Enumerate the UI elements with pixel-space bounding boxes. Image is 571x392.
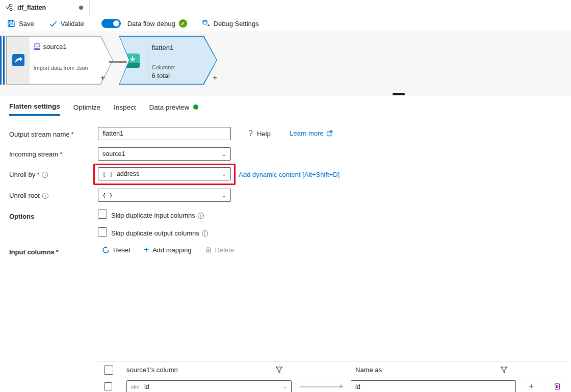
- source-node-subtitle: Import data from Json: [34, 65, 99, 71]
- tab-flatten-settings[interactable]: Flatten settings: [9, 102, 60, 116]
- chevron-down-icon: ⌄: [222, 151, 226, 158]
- save-icon: [7, 19, 15, 28]
- chevron-down-icon: ⌄: [283, 384, 287, 389]
- learn-more-link[interactable]: Learn more: [290, 129, 323, 137]
- tab-optimize[interactable]: Optimize: [73, 102, 100, 116]
- delete-button[interactable]: Delete: [205, 246, 235, 254]
- skip-duplicate-input-checkbox[interactable]: [98, 210, 107, 219]
- row-add-icon[interactable]: +: [529, 381, 534, 392]
- incoming-stream-dropdown[interactable]: source1 ⌄: [98, 147, 231, 161]
- plus-icon: +: [144, 245, 149, 255]
- mapping-table: source1's column Name as abc id ⌄ +: [98, 361, 568, 392]
- unroll-by-label: Unroll by*i: [9, 171, 48, 178]
- flatten-columns-value: 6 total: [152, 72, 170, 80]
- dataflow-canvas[interactable]: source1 Import data from Json + flatten1…: [0, 32, 571, 95]
- object-type-token: { }: [102, 192, 113, 199]
- debug-settings-icon: [201, 19, 210, 28]
- validate-label: Validate: [61, 20, 84, 28]
- external-link-icon: [326, 130, 333, 137]
- canvas-left-bar: [0, 36, 2, 85]
- mapping-arrow-icon: [300, 386, 343, 387]
- skip-duplicate-output-label: Skip duplicate output columnsi: [111, 229, 208, 237]
- source-node-title: source1: [43, 43, 67, 50]
- tab-df-flatten[interactable]: df_flatten: [0, 0, 90, 15]
- mapping-table-header: source1's column Name as: [98, 361, 568, 378]
- trash-icon: [205, 246, 212, 253]
- tab-inspect[interactable]: Inspect: [114, 102, 136, 116]
- save-button[interactable]: Save: [4, 19, 37, 28]
- filter-icon[interactable]: [275, 366, 283, 374]
- row-checkbox[interactable]: [104, 382, 112, 390]
- dataset-icon: [11, 53, 25, 67]
- select-all-checkbox[interactable]: [104, 365, 113, 375]
- debug-toggle-label: Data flow debug: [127, 20, 175, 28]
- source-column-header: source1's column: [126, 366, 178, 374]
- unroll-by-dropdown[interactable]: [ ] address ⌄: [98, 167, 231, 180]
- refresh-icon: [102, 246, 110, 254]
- source-column-dropdown[interactable]: abc id ⌄: [126, 380, 292, 392]
- validate-check-icon: [49, 20, 57, 27]
- flatten-columns-label: Columns:: [152, 64, 175, 70]
- mapping-toolbar: Reset + Add mapping Delete: [102, 245, 234, 255]
- validate-button[interactable]: Validate: [46, 20, 87, 28]
- json-source-icon: [34, 43, 40, 50]
- name-as-input[interactable]: [351, 380, 516, 392]
- help-label[interactable]: Help: [257, 130, 271, 138]
- type-string-badge: abc: [131, 384, 140, 389]
- dataflow-debug-toggle[interactable]: Data flow debug ✓: [98, 19, 190, 28]
- save-label: Save: [19, 20, 34, 28]
- skip-duplicate-output-checkbox[interactable]: [98, 227, 107, 237]
- chevron-down-icon: ⌄: [222, 192, 226, 199]
- info-icon[interactable]: i: [42, 193, 48, 199]
- info-icon[interactable]: i: [42, 172, 48, 178]
- output-stream-input[interactable]: [98, 127, 231, 140]
- flatten-settings-panel: Flatten settings Optimize Inspect Data p…: [0, 95, 571, 392]
- incoming-stream-label: Incoming stream*: [9, 150, 62, 158]
- output-stream-label: Output stream name*: [9, 130, 74, 138]
- debug-settings-label: Debug Settings: [214, 20, 259, 28]
- unsaved-dot: [79, 6, 83, 10]
- debug-settings-button[interactable]: Debug Settings: [198, 19, 262, 28]
- panel-tabs: Flatten settings Optimize Inspect Data p…: [9, 102, 198, 116]
- document-tab-strip: df_flatten: [0, 0, 571, 15]
- tab-data-preview[interactable]: Data preview: [149, 102, 199, 116]
- mapping-row: abc id ⌄ +: [98, 378, 568, 392]
- main-toolbar: Save Validate Data flow debug ✓ Debug Se…: [0, 15, 571, 32]
- tab-title: df_flatten: [17, 4, 46, 11]
- chevron-down-icon: ⌄: [222, 171, 226, 177]
- flatten-node-title: flatten1: [152, 44, 174, 51]
- skip-duplicate-input-label: Skip duplicate input columnsi: [111, 212, 204, 219]
- add-mapping-button[interactable]: + Add mapping: [144, 245, 192, 255]
- reset-button[interactable]: Reset: [102, 246, 131, 254]
- info-icon[interactable]: i: [198, 213, 204, 219]
- dataset-strip: [7, 37, 30, 84]
- add-transform-button-source[interactable]: +: [100, 73, 105, 83]
- data-preview-ready-dot: [193, 104, 198, 110]
- options-label: Options: [9, 213, 34, 220]
- toggle-on-icon[interactable]: [101, 19, 121, 28]
- unroll-root-label: Unroll rooti: [9, 192, 48, 199]
- help-question-icon: ?: [248, 129, 253, 138]
- name-as-header: Name as: [355, 366, 382, 374]
- input-columns-label: Input columns*: [9, 248, 59, 256]
- row-delete-icon[interactable]: [554, 382, 561, 390]
- add-transform-button-flatten[interactable]: +: [213, 73, 217, 83]
- node-source1[interactable]: source1 Import data from Json +: [6, 36, 113, 85]
- add-dynamic-content-link[interactable]: Add dynamic content [Alt+Shift+D]: [239, 171, 340, 178]
- unroll-root-dropdown[interactable]: { } ⌄: [98, 189, 231, 202]
- info-icon[interactable]: i: [202, 230, 208, 237]
- array-type-token: [ ]: [102, 171, 113, 177]
- filter-icon[interactable]: [500, 366, 508, 374]
- canvas-left-bar-2: [3, 36, 5, 85]
- debug-ready-check-icon: ✓: [179, 19, 187, 28]
- dataflow-icon: [5, 4, 13, 12]
- node-flatten1[interactable]: flatten1 Columns: 6 total +: [119, 36, 217, 85]
